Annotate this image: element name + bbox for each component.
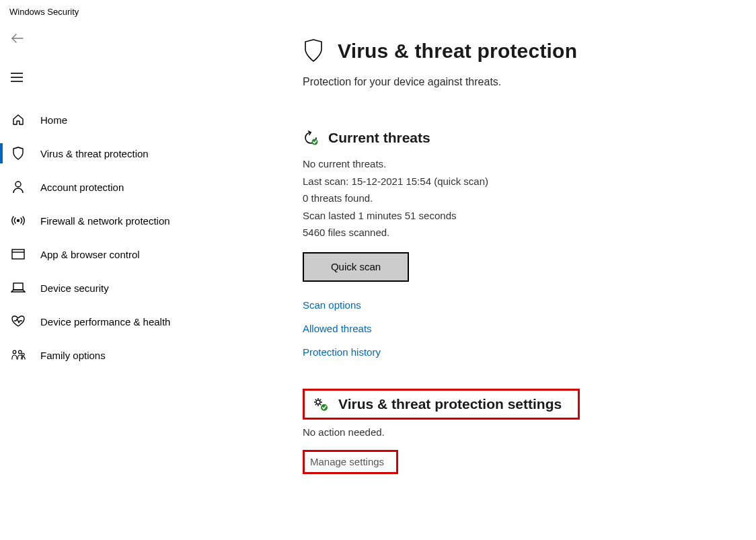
back-button[interactable] bbox=[0, 25, 30, 52]
sidebar-item-performance[interactable]: Device performance & health bbox=[0, 305, 215, 338]
svg-point-9 bbox=[13, 350, 16, 354]
laptop-icon bbox=[11, 280, 26, 295]
last-scan-line: Last scan: 15-12-2021 15:54 (quick scan) bbox=[303, 173, 756, 190]
files-scanned-line: 5460 files scanned. bbox=[303, 224, 756, 241]
quick-scan-label: Quick scan bbox=[331, 261, 381, 272]
svg-point-11 bbox=[22, 353, 25, 356]
antenna-icon bbox=[11, 213, 26, 228]
quick-scan-button[interactable]: Quick scan bbox=[303, 252, 409, 282]
sidebar: Home Virus & threat protection Account p… bbox=[0, 20, 215, 539]
protection-history-link[interactable]: Protection history bbox=[303, 346, 756, 358]
gear-check-icon bbox=[313, 397, 329, 412]
threats-found-line: 0 threats found. bbox=[303, 190, 756, 207]
hamburger-icon bbox=[11, 73, 23, 82]
svg-line-20 bbox=[315, 403, 316, 404]
page-subheading: Protection for your device against threa… bbox=[303, 76, 756, 88]
main-content: Virus & threat protection Protection for… bbox=[215, 20, 756, 539]
svg-rect-6 bbox=[12, 249, 24, 259]
settings-section: Virus & threat protection settings No ac… bbox=[303, 389, 756, 474]
shield-icon bbox=[303, 38, 326, 64]
shield-icon bbox=[11, 146, 26, 161]
scan-duration-line: Scan lasted 1 minutes 51 seconds bbox=[303, 207, 756, 225]
sidebar-item-account[interactable]: Account protection bbox=[0, 170, 215, 204]
sidebar-item-family[interactable]: Family options bbox=[0, 338, 215, 372]
settings-heading: Virus & threat protection settings bbox=[338, 396, 562, 412]
window-title: Windows Security bbox=[0, 0, 756, 20]
highlight-box-settings-heading: Virus & threat protection settings bbox=[303, 389, 580, 420]
sidebar-item-label: Virus & threat protection bbox=[40, 148, 149, 159]
page-heading: Virus & threat protection bbox=[338, 40, 577, 63]
svg-line-19 bbox=[320, 403, 321, 404]
sidebar-item-label: Firewall & network protection bbox=[40, 215, 170, 227]
svg-point-13 bbox=[316, 400, 320, 404]
sidebar-item-home[interactable]: Home bbox=[0, 103, 215, 137]
svg-rect-8 bbox=[13, 283, 23, 290]
sidebar-item-label: Family options bbox=[40, 350, 106, 361]
sidebar-item-label: Device security bbox=[40, 282, 109, 294]
svg-point-4 bbox=[15, 182, 21, 187]
allowed-threats-link[interactable]: Allowed threats bbox=[303, 323, 756, 334]
sidebar-item-label: Device performance & health bbox=[40, 316, 170, 327]
settings-subheading: No action needed. bbox=[303, 426, 756, 438]
refresh-check-icon bbox=[303, 130, 319, 146]
manage-settings-link[interactable]: Manage settings bbox=[310, 456, 384, 467]
current-threats-heading: Current threats bbox=[328, 130, 430, 146]
sidebar-item-label: Account protection bbox=[40, 182, 124, 193]
back-arrow-icon bbox=[11, 34, 24, 43]
home-icon bbox=[11, 112, 26, 127]
svg-point-5 bbox=[17, 220, 20, 222]
family-icon bbox=[11, 348, 26, 362]
sidebar-item-app-browser[interactable]: App & browser control bbox=[0, 237, 215, 271]
sidebar-item-firewall[interactable]: Firewall & network protection bbox=[0, 204, 215, 237]
window-icon bbox=[11, 247, 26, 262]
current-threats-section: Current threats No current threats. Last… bbox=[303, 130, 756, 358]
scan-options-link[interactable]: Scan options bbox=[303, 299, 756, 311]
sidebar-item-label: App & browser control bbox=[40, 249, 140, 260]
svg-line-21 bbox=[320, 399, 321, 399]
sidebar-item-virus-threat[interactable]: Virus & threat protection bbox=[0, 137, 215, 170]
sidebar-item-label: Home bbox=[40, 114, 67, 126]
svg-point-10 bbox=[18, 350, 22, 354]
highlight-box-manage-settings: Manage settings bbox=[303, 450, 398, 474]
heart-icon bbox=[11, 314, 26, 329]
svg-line-18 bbox=[315, 399, 316, 399]
menu-button[interactable] bbox=[0, 64, 30, 91]
person-icon bbox=[11, 180, 26, 194]
sidebar-item-device-security[interactable]: Device security bbox=[0, 271, 215, 305]
no-threats-line: No current threats. bbox=[303, 155, 756, 173]
